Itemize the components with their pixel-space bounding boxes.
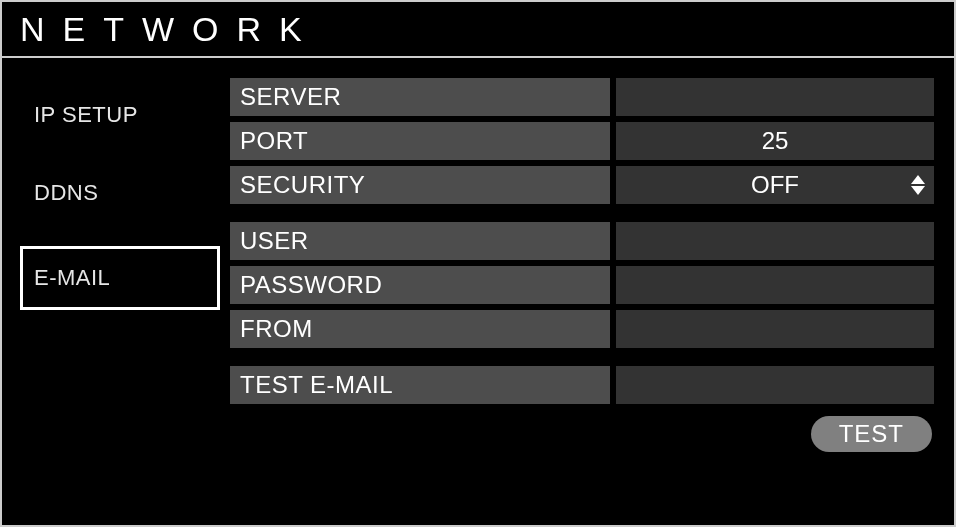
label-server: SERVER: [230, 78, 610, 116]
group-auth: USER PASSWORD FROM: [230, 222, 934, 348]
window-title: NETWORK: [20, 10, 320, 49]
label-security: SECURITY: [230, 166, 610, 204]
footer: TEST: [230, 404, 934, 452]
row-security: SECURITY OFF: [230, 166, 934, 204]
input-user[interactable]: [616, 222, 934, 260]
label-user: USER: [230, 222, 610, 260]
row-from: FROM: [230, 310, 934, 348]
input-password[interactable]: [616, 266, 934, 304]
select-security[interactable]: OFF: [616, 166, 934, 204]
sidebar-item-label: IP SETUP: [34, 102, 138, 127]
window-body: IP SETUP DDNS E-MAIL SERVER PORT 25: [2, 58, 954, 525]
network-settings-window: NETWORK IP SETUP DDNS E-MAIL SERVER: [0, 0, 956, 527]
row-user: USER: [230, 222, 934, 260]
group-test: TEST E-MAIL: [230, 366, 934, 404]
group-server: SERVER PORT 25 SECURITY OFF: [230, 78, 934, 204]
input-port[interactable]: 25: [616, 122, 934, 160]
value-security: OFF: [751, 171, 799, 199]
label-from: FROM: [230, 310, 610, 348]
content-pane: SERVER PORT 25 SECURITY OFF: [220, 76, 934, 509]
input-from[interactable]: [616, 310, 934, 348]
label-password: PASSWORD: [230, 266, 610, 304]
label-test-email: TEST E-MAIL: [230, 366, 610, 404]
chevron-up-icon: [911, 175, 925, 184]
sidebar-item-email[interactable]: E-MAIL: [20, 246, 220, 310]
sidebar-item-label: E-MAIL: [34, 265, 110, 290]
label-port: PORT: [230, 122, 610, 160]
test-button[interactable]: TEST: [811, 416, 932, 452]
titlebar: NETWORK: [2, 2, 954, 58]
chevron-down-icon: [911, 186, 925, 195]
sidebar: IP SETUP DDNS E-MAIL: [20, 76, 220, 509]
spinner-security[interactable]: [908, 168, 928, 202]
sidebar-item-ip-setup[interactable]: IP SETUP: [20, 84, 220, 146]
input-server[interactable]: [616, 78, 934, 116]
sidebar-item-label: DDNS: [34, 180, 98, 205]
row-password: PASSWORD: [230, 266, 934, 304]
row-server: SERVER: [230, 78, 934, 116]
input-test-email[interactable]: [616, 366, 934, 404]
value-port: 25: [762, 127, 789, 155]
sidebar-item-ddns[interactable]: DDNS: [20, 162, 220, 224]
row-port: PORT 25: [230, 122, 934, 160]
row-test-email: TEST E-MAIL: [230, 366, 934, 404]
